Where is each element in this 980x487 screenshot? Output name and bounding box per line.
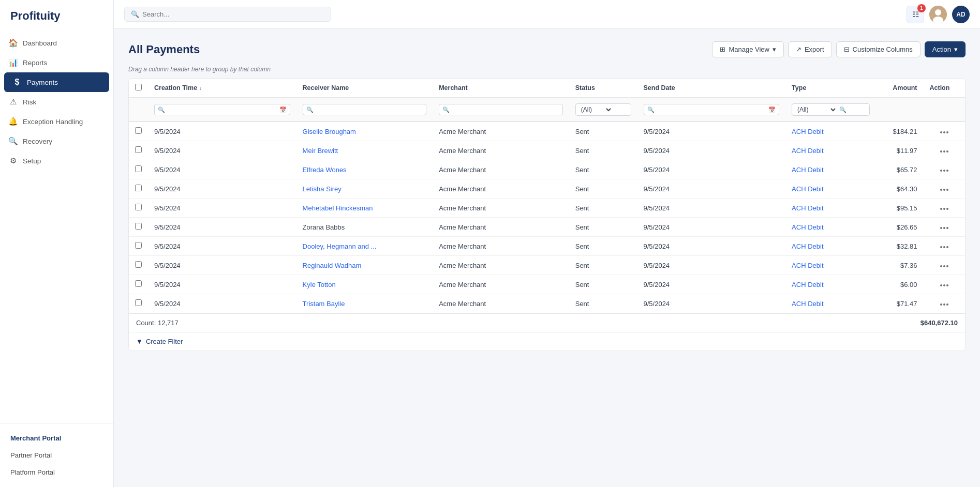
filter-receiver-name[interactable]: 🔍 [296, 98, 433, 121]
notification-button[interactable]: ☷ 1 [907, 6, 924, 23]
filter-merchant[interactable]: 🔍 [433, 98, 569, 121]
sidebar-item-risk[interactable]: ⚠Risk [0, 92, 113, 112]
row-checkbox-cell[interactable] [129, 121, 148, 141]
row-checkbox-cell[interactable] [129, 199, 148, 218]
row-checkbox[interactable] [135, 299, 142, 306]
row-checkbox[interactable] [135, 261, 142, 268]
user-avatar[interactable] [929, 6, 947, 23]
portal-link-merchant-portal[interactable]: Merchant Portal [0, 430, 113, 447]
select-all-checkbox[interactable] [135, 84, 142, 90]
row-checkbox[interactable] [135, 242, 142, 249]
export-button[interactable]: ↗ Export [788, 41, 832, 57]
cell-type[interactable]: ACH Debit [785, 199, 876, 218]
cell-action[interactable] [923, 256, 965, 275]
row-checkbox-cell[interactable] [129, 160, 148, 179]
sidebar-item-recovery[interactable]: 🔍Recovery [0, 131, 113, 151]
filter-status-select[interactable]: (All) Sent Pending Failed [579, 105, 613, 114]
col-amount[interactable]: Amount [876, 79, 923, 98]
user-initials[interactable]: AD [952, 6, 970, 23]
cell-receiver-name[interactable]: Letisha Sirey [296, 179, 433, 199]
sidebar-item-payments[interactable]: $Payments [4, 72, 109, 92]
filter-receiver-name-input[interactable] [316, 106, 423, 113]
portal-link-partner-portal[interactable]: Partner Portal [0, 447, 113, 464]
filter-creation-time[interactable]: 🔍 📅 [148, 98, 296, 121]
cell-receiver-name[interactable]: Reginauld Wadham [296, 256, 433, 275]
cell-action[interactable] [923, 294, 965, 313]
row-action-menu[interactable] [937, 282, 952, 288]
row-checkbox[interactable] [135, 146, 142, 153]
row-action-menu[interactable] [937, 225, 952, 231]
filter-send-date[interactable]: 🔍 📅 [637, 98, 786, 121]
col-receiver-name[interactable]: Receiver Name [296, 79, 433, 98]
cell-action[interactable] [923, 237, 965, 256]
cell-type[interactable]: ACH Debit [785, 141, 876, 160]
cell-action[interactable] [923, 121, 965, 141]
row-action-menu[interactable] [937, 129, 952, 135]
row-checkbox[interactable] [135, 223, 142, 230]
cell-type[interactable]: ACH Debit [785, 160, 876, 179]
cell-type[interactable]: ACH Debit [785, 256, 876, 275]
send-date-calendar-icon[interactable]: 📅 [768, 106, 776, 113]
customize-columns-button[interactable]: ⊟ Customize Columns [836, 41, 920, 57]
sidebar-item-reports[interactable]: 📊Reports [0, 53, 113, 72]
cell-type[interactable]: ACH Debit [785, 179, 876, 199]
col-creation-time[interactable]: Creation Time ↓ [148, 79, 296, 98]
row-action-menu[interactable] [937, 301, 952, 308]
sidebar-item-exception-handling[interactable]: 🔔Exception Handling [0, 112, 113, 131]
create-filter-bar[interactable]: ▼ Create Filter [129, 332, 965, 351]
cell-receiver-name[interactable]: Dooley, Hegmann and ... [296, 237, 433, 256]
row-action-menu[interactable] [937, 187, 952, 193]
row-action-menu[interactable] [937, 244, 952, 250]
row-checkbox-cell[interactable] [129, 179, 148, 199]
cell-type[interactable]: ACH Debit [785, 121, 876, 141]
filter-type-select[interactable]: (All) ACH Debit ACH Credit [795, 105, 837, 114]
row-checkbox[interactable] [135, 185, 142, 191]
select-all-header[interactable] [129, 79, 148, 98]
calendar-icon[interactable]: 📅 [279, 106, 287, 113]
filter-send-date-input[interactable] [657, 106, 767, 113]
col-type[interactable]: Type [785, 79, 876, 98]
row-checkbox[interactable] [135, 280, 142, 287]
sidebar-item-dashboard[interactable]: 🏠Dashboard [0, 33, 113, 53]
row-checkbox-cell[interactable] [129, 141, 148, 160]
row-action-menu[interactable] [937, 148, 952, 155]
cell-type[interactable]: ACH Debit [785, 275, 876, 294]
search-box[interactable]: 🔍 [124, 7, 331, 22]
row-checkbox[interactable] [135, 165, 142, 172]
filter-creation-time-input[interactable] [167, 106, 277, 113]
row-action-menu[interactable] [937, 168, 952, 174]
cell-receiver-name[interactable]: Kyle Totton [296, 275, 433, 294]
cell-type[interactable]: ACH Debit [785, 294, 876, 313]
row-checkbox-cell[interactable] [129, 256, 148, 275]
row-checkbox[interactable] [135, 127, 142, 134]
sidebar-item-setup[interactable]: ⚙Setup [0, 151, 113, 171]
cell-receiver-name[interactable]: Mehetabel Hinckesman [296, 199, 433, 218]
search-input[interactable] [142, 10, 324, 18]
row-checkbox-cell[interactable] [129, 275, 148, 294]
filter-status[interactable]: (All) Sent Pending Failed [569, 98, 637, 121]
action-button[interactable]: Action ▾ [925, 41, 966, 57]
cell-type[interactable]: ACH Debit [785, 218, 876, 237]
cell-receiver-name[interactable]: Giselle Brougham [296, 121, 433, 141]
row-checkbox-cell[interactable] [129, 294, 148, 313]
row-checkbox-cell[interactable] [129, 218, 148, 237]
cell-action[interactable] [923, 275, 965, 294]
cell-action[interactable] [923, 141, 965, 160]
col-send-date[interactable]: Send Date [637, 79, 786, 98]
cell-action[interactable] [923, 160, 965, 179]
portal-link-platform-portal[interactable]: Platform Portal [0, 464, 113, 481]
manage-view-button[interactable]: ⊞ Manage View ▾ [712, 41, 784, 57]
cell-type[interactable]: ACH Debit [785, 237, 876, 256]
cell-action[interactable] [923, 218, 965, 237]
cell-action[interactable] [923, 199, 965, 218]
cell-receiver-name[interactable]: Meir Brewitt [296, 141, 433, 160]
col-merchant[interactable]: Merchant [433, 79, 569, 98]
filter-type[interactable]: (All) ACH Debit ACH Credit 🔍 [785, 98, 876, 121]
col-status[interactable]: Status [569, 79, 637, 98]
row-action-menu[interactable] [937, 263, 952, 269]
row-action-menu[interactable] [937, 206, 952, 212]
row-checkbox[interactable] [135, 204, 142, 210]
cell-action[interactable] [923, 179, 965, 199]
cell-receiver-name[interactable]: Tristam Baylie [296, 294, 433, 313]
cell-receiver-name[interactable]: Elfreda Wones [296, 160, 433, 179]
